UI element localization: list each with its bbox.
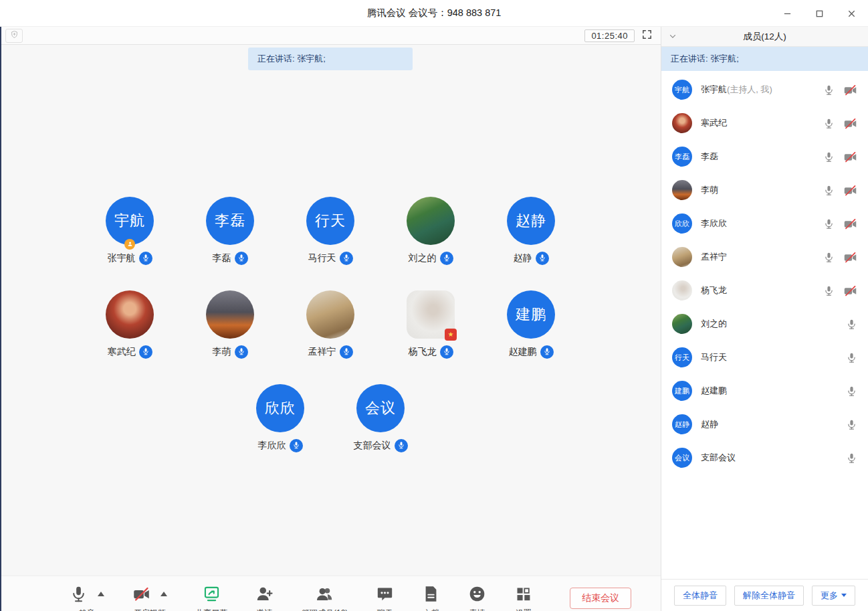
participant-avatar: 建鹏	[507, 290, 555, 339]
collapse-panel-button[interactable]	[668, 27, 677, 47]
participant-name: 李欣欣	[258, 440, 286, 452]
participant-name: 马行天	[308, 252, 336, 264]
toolbar-button-document[interactable]: 文档	[422, 584, 440, 611]
mic-on-icon[interactable]	[139, 345, 152, 359]
participant-tile[interactable]: ★ 杨飞龙	[381, 290, 481, 359]
mute-all-button[interactable]: 全体静音	[674, 586, 726, 606]
mic-icon[interactable]	[846, 319, 857, 330]
participant-tile[interactable]: 寒武纪	[80, 290, 180, 359]
member-row[interactable]: 寒武纪	[661, 106, 868, 140]
mic-on-icon[interactable]	[395, 439, 408, 452]
members-icon	[316, 585, 334, 603]
end-meeting-button[interactable]: 结束会议	[570, 588, 631, 609]
chevron-down-icon	[668, 31, 677, 43]
mic-icon[interactable]	[846, 385, 857, 397]
mic-icon[interactable]	[823, 218, 835, 230]
participant-tile[interactable]: 刘之的	[381, 197, 481, 265]
security-shield-button[interactable]	[5, 29, 23, 43]
toolbar-button-emoji[interactable]: 表情	[468, 584, 486, 611]
camera-off-icon[interactable]	[843, 250, 857, 264]
members-panel: 成员(12人) 正在讲话: 张宇航; 宇航 张宇航(主持人, 我) 寒武纪 李	[661, 27, 868, 611]
mic-glyph	[142, 346, 150, 358]
toolbar-button-screen-share[interactable]: 共享屏幕	[195, 584, 227, 611]
member-avatar	[672, 247, 692, 267]
toolbar-button-mic[interactable]: 静音	[70, 584, 104, 611]
mic-on-icon[interactable]	[340, 345, 353, 359]
member-row[interactable]: 杨飞龙	[661, 274, 868, 307]
member-avatar: 欣欣	[672, 213, 692, 234]
mic-icon[interactable]	[823, 185, 835, 196]
mic-on-icon[interactable]	[290, 439, 303, 452]
member-row[interactable]: 宇航 张宇航(主持人, 我)	[661, 73, 868, 106]
camera-off-icon[interactable]	[843, 83, 857, 97]
unmute-all-button[interactable]: 解除全体静音	[734, 586, 804, 606]
participant-tile[interactable]: 赵静 赵静	[481, 197, 581, 265]
minimize-button[interactable]	[780, 6, 794, 21]
member-name: 李萌	[701, 185, 718, 195]
participant-tile[interactable]: 李萌	[180, 290, 280, 359]
mic-glyph	[543, 346, 551, 358]
caret-up-icon[interactable]	[160, 592, 167, 596]
mic-icon[interactable]	[846, 419, 857, 430]
toolbar-button-chat[interactable]: 聊天	[376, 584, 394, 611]
mic-on-icon[interactable]	[235, 345, 248, 359]
mic-on-icon[interactable]	[440, 345, 453, 359]
member-row[interactable]: 李萌	[661, 173, 868, 207]
participant-tile[interactable]: 欣欣 李欣欣	[230, 384, 330, 452]
mic-icon[interactable]	[823, 84, 835, 96]
sidebar-speaking-banner: 正在讲话: 张宇航;	[661, 47, 868, 71]
mic-icon[interactable]	[846, 452, 857, 464]
mic-on-icon[interactable]	[540, 345, 554, 359]
camera-off-icon[interactable]	[843, 217, 857, 231]
camera-off-icon[interactable]	[843, 150, 857, 164]
participant-name: 李萌	[213, 346, 231, 358]
participant-tile[interactable]: 宇航 张宇航	[80, 197, 180, 265]
member-row[interactable]: 建鹏 赵建鹏	[661, 374, 868, 408]
toolbar-button-apps[interactable]: 设置	[514, 584, 532, 611]
toolbar-button-members[interactable]: 管理成员(12)	[302, 584, 348, 611]
window-controls	[780, 0, 859, 27]
mic-on-icon[interactable]	[139, 252, 152, 265]
member-name: 张宇航	[701, 84, 727, 94]
fullscreen-button[interactable]	[641, 29, 653, 43]
maximize-button[interactable]	[812, 6, 827, 21]
toolbar-button-invite[interactable]: 邀请	[255, 584, 274, 611]
mic-glyph	[292, 440, 300, 452]
camera-off-icon[interactable]	[843, 183, 857, 197]
member-row[interactable]: 赵静 赵静	[661, 408, 868, 441]
mic-icon[interactable]	[846, 352, 857, 363]
member-row[interactable]: 欣欣 李欣欣	[661, 207, 868, 240]
mic-on-icon[interactable]	[440, 252, 453, 265]
member-row[interactable]: 行天 马行天	[661, 341, 868, 374]
avatar-initials: 赵静	[516, 211, 546, 231]
mic-icon[interactable]	[823, 118, 835, 129]
mic-icon[interactable]	[823, 285, 835, 296]
mic-on-icon[interactable]	[235, 252, 248, 265]
participant-name: 杨飞龙	[409, 346, 437, 358]
member-row[interactable]: 孟祥宁	[661, 240, 868, 274]
mic-on-icon[interactable]	[340, 252, 353, 265]
mic-on-icon[interactable]	[536, 252, 549, 265]
member-row[interactable]: 李磊 李磊	[661, 140, 868, 173]
participant-tile[interactable]: 建鹏 赵建鹏	[481, 290, 581, 359]
member-row[interactable]: 刘之的	[661, 307, 868, 341]
member-role-suffix: (主持人, 我)	[727, 84, 772, 94]
participant-tile[interactable]: 孟祥宁	[280, 290, 381, 359]
participant-tile[interactable]: 会议 支部会议	[330, 384, 431, 452]
member-row[interactable]: 会议 支部会议	[661, 441, 868, 474]
members-panel-footer: 全体静音 解除全体静音 更多	[661, 579, 868, 611]
close-button[interactable]	[844, 6, 859, 21]
participant-avatar	[106, 290, 154, 339]
camera-off-icon[interactable]	[843, 116, 857, 130]
participant-tile[interactable]: 李磊 李磊	[180, 197, 280, 265]
more-button[interactable]: 更多	[812, 586, 855, 606]
member-name: 李欣欣	[701, 218, 727, 228]
participant-tile[interactable]: 行天 马行天	[280, 197, 381, 265]
participant-avatar	[206, 290, 254, 339]
toolbar-button-camera-off[interactable]: 开启视频	[132, 584, 167, 611]
caret-up-icon[interactable]	[98, 592, 104, 596]
mic-icon[interactable]	[823, 151, 835, 163]
camera-off-icon[interactable]	[843, 284, 857, 298]
mic-icon[interactable]	[823, 252, 835, 263]
member-name: 马行天	[701, 352, 727, 362]
